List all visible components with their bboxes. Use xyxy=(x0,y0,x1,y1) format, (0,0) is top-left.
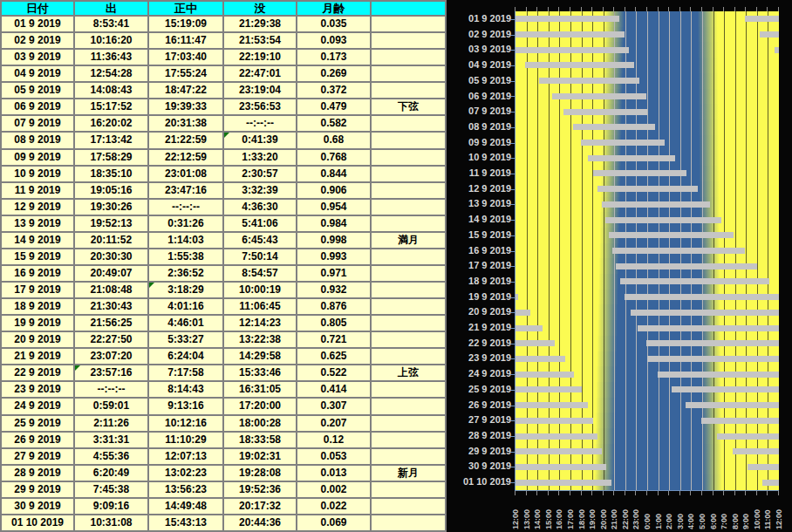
cell-age[interactable]: 0.372 xyxy=(297,82,371,99)
cell-rise[interactable]: 3:31:31 xyxy=(74,432,148,448)
cell-rise[interactable]: 17:13:42 xyxy=(74,132,148,148)
cell-date[interactable]: 14 9 2019 xyxy=(1,232,74,249)
cell-rise[interactable]: 0:59:01 xyxy=(74,398,148,414)
cell-age[interactable]: 0.522 xyxy=(297,365,371,381)
cell-transit[interactable]: 5:33:27 xyxy=(148,331,223,348)
cell-transit[interactable]: 4:46:01 xyxy=(148,315,223,331)
cell-age[interactable]: 0.069 xyxy=(297,515,371,531)
cell-rise[interactable]: 19:05:16 xyxy=(74,182,148,199)
cell-phase[interactable] xyxy=(371,265,446,282)
cell-transit[interactable]: 13:02:23 xyxy=(148,465,223,481)
cell-transit[interactable]: 0:31:26 xyxy=(148,215,223,232)
cell-set[interactable]: 23:19:04 xyxy=(223,82,297,99)
cell-date[interactable]: 15 9 2019 xyxy=(1,249,74,265)
cell-age[interactable]: 0.414 xyxy=(297,381,371,398)
cell-rise[interactable]: 6:20:49 xyxy=(74,465,148,481)
cell-rise[interactable]: 19:30:26 xyxy=(74,199,148,215)
cell-date[interactable]: 20 9 2019 xyxy=(1,331,74,348)
cell-rise[interactable]: 10:31:08 xyxy=(74,515,148,531)
cell-transit[interactable]: 13:56:23 xyxy=(148,481,223,498)
cell-transit[interactable]: 10:12:16 xyxy=(148,415,223,432)
cell-date[interactable]: 10 9 2019 xyxy=(1,166,74,182)
cell-age[interactable]: 0.173 xyxy=(297,49,371,65)
cell-date[interactable]: 13 9 2019 xyxy=(1,215,74,232)
cell-set[interactable]: 7:50:14 xyxy=(223,249,297,265)
cell-set[interactable]: 21:53:54 xyxy=(223,32,297,49)
cell-transit[interactable]: 19:39:33 xyxy=(148,99,223,115)
cell-transit[interactable]: 23:47:16 xyxy=(148,182,223,199)
cell-set[interactable]: 2:30:57 xyxy=(223,166,297,182)
cell-date[interactable]: 06 9 2019 xyxy=(1,99,74,115)
cell-set[interactable]: 12:14:23 xyxy=(223,315,297,331)
cell-rise[interactable]: 16:20:02 xyxy=(74,115,148,132)
cell-set[interactable]: 18:33:58 xyxy=(223,432,297,448)
cell-rise[interactable]: 21:30:43 xyxy=(74,298,148,315)
cell-rise[interactable]: 10:16:20 xyxy=(74,32,148,49)
cell-set[interactable]: 1:33:20 xyxy=(223,149,297,166)
cell-set[interactable]: 8:54:57 xyxy=(223,265,297,282)
cell-phase[interactable] xyxy=(371,132,446,148)
cell-rise[interactable]: 18:35:10 xyxy=(74,166,148,182)
cell-date[interactable]: 26 9 2019 xyxy=(1,432,74,448)
cell-date[interactable]: 30 9 2019 xyxy=(1,498,74,515)
cell-set[interactable]: 20:17:32 xyxy=(223,498,297,515)
cell-transit[interactable]: 15:19:09 xyxy=(148,16,223,32)
cell-date[interactable]: 03 9 2019 xyxy=(1,49,74,65)
cell-transit[interactable]: 6:24:04 xyxy=(148,348,223,365)
cell-phase[interactable] xyxy=(371,199,446,215)
cell-set[interactable]: 18:00:28 xyxy=(223,415,297,432)
cell-set[interactable]: 10:00:19 xyxy=(223,282,297,298)
cell-transit[interactable]: 21:22:59 xyxy=(148,132,223,148)
cell-phase[interactable] xyxy=(371,32,446,49)
cell-set[interactable]: 19:52:36 xyxy=(223,481,297,498)
cell-age[interactable]: 0.002 xyxy=(297,481,371,498)
cell-set[interactable]: 21:29:38 xyxy=(223,16,297,32)
cell-phase[interactable] xyxy=(371,115,446,132)
cell-date[interactable]: 24 9 2019 xyxy=(1,398,74,414)
cell-phase[interactable] xyxy=(371,448,446,465)
cell-transit[interactable]: 22:12:59 xyxy=(148,149,223,166)
cell-date[interactable]: 18 9 2019 xyxy=(1,298,74,315)
cell-transit[interactable]: 20:31:38 xyxy=(148,115,223,132)
cell-date[interactable]: 11 9 2019 xyxy=(1,182,74,199)
cell-set[interactable]: 20:44:36 xyxy=(223,515,297,531)
cell-transit[interactable]: 2:36:52 xyxy=(148,265,223,282)
cell-age[interactable]: 0.013 xyxy=(297,465,371,481)
cell-transit[interactable]: 12:07:13 xyxy=(148,448,223,465)
cell-phase[interactable] xyxy=(371,298,446,315)
cell-rise[interactable]: 23:07:20 xyxy=(74,348,148,365)
cell-rise[interactable]: 12:54:28 xyxy=(74,65,148,82)
cell-phase[interactable] xyxy=(371,249,446,265)
cell-transit[interactable]: 1:14:03 xyxy=(148,232,223,249)
cell-set[interactable]: 0:41:39 xyxy=(223,132,297,148)
cell-set[interactable]: 11:06:45 xyxy=(223,298,297,315)
cell-set[interactable]: 13:22:38 xyxy=(223,331,297,348)
cell-transit[interactable]: 18:47:22 xyxy=(148,82,223,99)
cell-transit[interactable]: 1:55:38 xyxy=(148,249,223,265)
cell-phase[interactable] xyxy=(371,432,446,448)
cell-age[interactable]: 0.053 xyxy=(297,448,371,465)
cell-transit[interactable]: 11:10:29 xyxy=(148,432,223,448)
cell-age[interactable]: 0.984 xyxy=(297,215,371,232)
cell-rise[interactable]: 7:45:38 xyxy=(74,481,148,498)
cell-date[interactable]: 21 9 2019 xyxy=(1,348,74,365)
cell-phase[interactable] xyxy=(371,166,446,182)
cell-phase[interactable] xyxy=(371,16,446,32)
cell-rise[interactable]: 21:56:25 xyxy=(74,315,148,331)
cell-rise[interactable]: 20:49:07 xyxy=(74,265,148,282)
cell-age[interactable]: 0.876 xyxy=(297,298,371,315)
cell-set[interactable]: 5:41:06 xyxy=(223,215,297,232)
cell-set[interactable]: 19:28:08 xyxy=(223,465,297,481)
cell-date[interactable]: 17 9 2019 xyxy=(1,282,74,298)
cell-date[interactable]: 01 9 2019 xyxy=(1,16,74,32)
cell-date[interactable]: 29 9 2019 xyxy=(1,481,74,498)
cell-rise[interactable]: 9:09:16 xyxy=(74,498,148,515)
cell-age[interactable]: 0.307 xyxy=(297,398,371,414)
cell-transit[interactable]: --:--:-- xyxy=(148,199,223,215)
cell-set[interactable]: --:--:-- xyxy=(223,115,297,132)
cell-set[interactable]: 14:29:58 xyxy=(223,348,297,365)
cell-phase[interactable] xyxy=(371,515,446,531)
cell-rise[interactable]: --:--:-- xyxy=(74,381,148,398)
cell-rise[interactable]: 15:17:52 xyxy=(74,99,148,115)
cell-age[interactable]: 0.035 xyxy=(297,16,371,32)
